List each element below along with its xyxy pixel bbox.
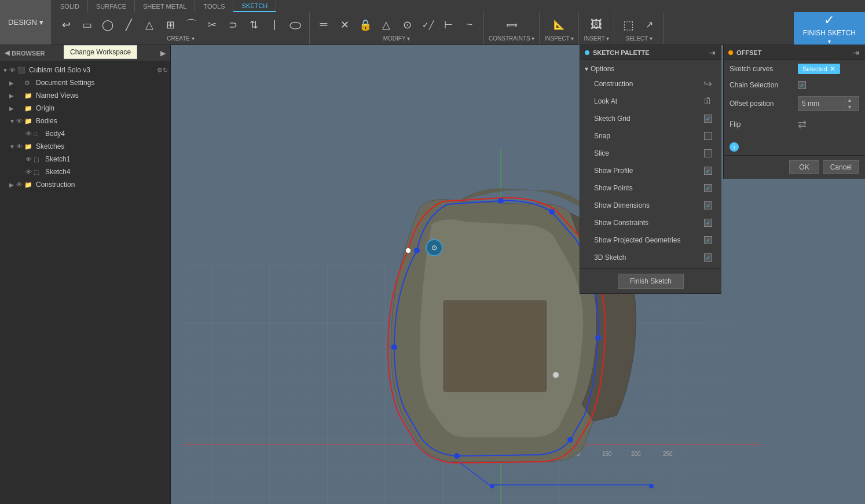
- offset-spinner-up-btn[interactable]: ▲: [845, 97, 854, 104]
- tree-item-sketches[interactable]: ▼ 👁 📁 Sketches: [0, 140, 170, 153]
- construction-eye-icon[interactable]: 👁: [16, 181, 24, 188]
- finish-sketch-bottom-btn[interactable]: Finish Sketch: [618, 274, 684, 289]
- snap-checkbox[interactable]: [704, 132, 712, 140]
- offset-position-input[interactable]: [798, 98, 845, 109]
- sketch-grid-checkbox[interactable]: [704, 115, 712, 123]
- line-tool[interactable]: ╱: [119, 16, 138, 34]
- tree-item-root[interactable]: ▼ 👁 ⬛ Cubism Girl Solo v3 ⚙ ↻: [0, 64, 170, 76]
- insert-label[interactable]: INSERT ▾: [584, 35, 609, 42]
- create-label[interactable]: CREATE ▾: [167, 35, 195, 42]
- arc-tool[interactable]: ⌒: [182, 16, 200, 34]
- tab-sheet-metal[interactable]: SHEET METAL: [135, 0, 195, 12]
- root-settings-icon[interactable]: ⚙: [157, 67, 163, 74]
- undo-button[interactable]: ↩: [57, 16, 75, 34]
- tree-item-body4[interactable]: 👁 □ Body4: [0, 127, 170, 140]
- bracket-tool[interactable]: ⊢: [439, 16, 458, 34]
- circle-tool[interactable]: ◯: [98, 16, 117, 34]
- chain-selection-checkbox[interactable]: [798, 81, 806, 89]
- root-eye-icon[interactable]: 👁: [9, 67, 17, 73]
- flip-icon[interactable]: ⇄: [798, 118, 807, 131]
- palette-row-show-points[interactable]: Show Points: [580, 179, 721, 197]
- 3d-sketch-checkbox[interactable]: [704, 253, 712, 262]
- tree-item-sketch1[interactable]: 👁 ⬚ Sketch1: [0, 153, 170, 165]
- palette-row-construction[interactable]: Construction ↪: [580, 75, 721, 93]
- cut-tool[interactable]: ✂: [203, 16, 221, 34]
- tree-item-sketch4[interactable]: 👁 ⬚ Sketch4: [0, 165, 170, 178]
- palette-row-show-constraints[interactable]: Show Constraints: [580, 214, 721, 231]
- ok-button[interactable]: OK: [789, 160, 819, 174]
- insert-image-tool[interactable]: 🖼: [587, 16, 606, 34]
- palette-row-show-dimensions[interactable]: Show Dimensions: [580, 197, 721, 214]
- select-label[interactable]: SELECT ▾: [625, 35, 653, 42]
- modify-label[interactable]: MODIFY ▾: [383, 35, 410, 42]
- show-dimensions-checkbox[interactable]: [704, 201, 712, 209]
- tab-tools[interactable]: TOOLS: [195, 0, 233, 12]
- body4-label: Body4: [45, 130, 168, 138]
- tab-sketch[interactable]: SKETCH: [233, 0, 276, 12]
- design-button[interactable]: DESIGN ▾: [0, 0, 52, 45]
- offset-spinner: ▲ ▼: [845, 97, 854, 111]
- vertical-line-tool[interactable]: |: [265, 16, 284, 34]
- browser-collapse-left-icon[interactable]: ◀: [5, 49, 9, 57]
- construction-icon[interactable]: ↪: [703, 78, 712, 90]
- palette-row-look-at[interactable]: Look At 🗓: [580, 93, 721, 110]
- show-constraints-checkbox[interactable]: [704, 219, 712, 227]
- palette-row-show-projected[interactable]: Show Projected Geometries: [580, 231, 721, 249]
- show-profile-checkbox[interactable]: [704, 167, 712, 175]
- offset-tool[interactable]: ⊃: [223, 16, 242, 34]
- tree-item-bodies[interactable]: ▼ 👁 📁 Bodies: [0, 115, 170, 127]
- root-label: Cubism Girl Solo v3: [29, 66, 155, 74]
- slice-checkbox[interactable]: [704, 149, 712, 157]
- browser-expand-icon[interactable]: ▶: [160, 49, 166, 57]
- spline-tool[interactable]: ⇅: [244, 16, 263, 34]
- bodies-eye-icon[interactable]: 👁: [16, 117, 24, 124]
- target-tool[interactable]: ⊙: [398, 16, 416, 34]
- show-dimensions-row-label: Show Dimensions: [594, 201, 704, 209]
- sketch4-eye-icon[interactable]: 👁: [25, 168, 34, 175]
- finish-sketch-button[interactable]: ✓ FINISH SKETCH ▾: [794, 12, 865, 45]
- body4-eye-icon[interactable]: 👁: [25, 130, 34, 137]
- palette-options-header[interactable]: ▾ Options: [580, 62, 721, 75]
- tab-surface[interactable]: SURFACE: [88, 0, 135, 12]
- sketch1-eye-icon[interactable]: 👁: [25, 156, 34, 163]
- tree-item-origin[interactable]: ▶ 📁 Origin: [0, 102, 170, 115]
- constraints-label[interactable]: CONSTRAINTS ▾: [489, 35, 534, 42]
- show-projected-row-label: Show Projected Geometries: [594, 236, 704, 244]
- look-at-icon[interactable]: 🗓: [703, 96, 712, 106]
- tree-item-construction[interactable]: ▶ 👁 📁 Construction: [0, 178, 170, 191]
- check-tool[interactable]: ✓╱: [419, 16, 437, 34]
- palette-row-snap[interactable]: Snap: [580, 127, 721, 145]
- offset-spinner-down-btn[interactable]: ▼: [845, 104, 854, 111]
- sketch-palette-expand-btn[interactable]: ⇥: [708, 48, 717, 57]
- tree-item-named-views[interactable]: ▶ 📁 Named Views: [0, 89, 170, 102]
- offset-panel-expand-btn[interactable]: ⇥: [851, 48, 860, 57]
- palette-row-3d-sketch[interactable]: 3D Sketch: [580, 249, 721, 266]
- palette-row-sketch-grid[interactable]: Sketch Grid: [580, 110, 721, 127]
- svg-point-29: [567, 437, 573, 443]
- triangle2-tool[interactable]: △: [377, 16, 395, 34]
- palette-row-show-profile[interactable]: Show Profile: [580, 162, 721, 179]
- inspect-label[interactable]: INSPECT ▾: [544, 35, 574, 42]
- select-lasso-tool[interactable]: ↗: [640, 16, 658, 34]
- root-refresh-icon[interactable]: ↻: [163, 67, 168, 74]
- lock-tool[interactable]: 🔒: [356, 16, 375, 34]
- sketches-eye-icon[interactable]: 👁: [16, 143, 24, 150]
- sketch-curves-tag-close-icon[interactable]: ✕: [830, 65, 835, 73]
- show-projected-checkbox[interactable]: [704, 236, 712, 244]
- triangle-tool[interactable]: △: [140, 16, 159, 34]
- dimension-tool[interactable]: ⟺: [503, 16, 521, 34]
- plus-tool[interactable]: ⊞: [161, 16, 179, 34]
- wavy-tool[interactable]: ~: [460, 16, 479, 34]
- parallel-line[interactable]: ═: [314, 16, 333, 34]
- show-points-checkbox[interactable]: [704, 184, 712, 192]
- big-circle-tool[interactable]: ⬭: [286, 16, 305, 34]
- offset-info-icon: i: [730, 142, 739, 152]
- select-box-tool[interactable]: ⬚: [619, 16, 637, 34]
- rectangle-tool[interactable]: ▭: [78, 16, 96, 34]
- cancel-button[interactable]: Cancel: [823, 160, 859, 174]
- cross-tool[interactable]: ✕: [335, 16, 354, 34]
- palette-row-slice[interactable]: Slice: [580, 145, 721, 162]
- tree-item-doc-settings[interactable]: ▶ ⚙ Document Settings: [0, 76, 170, 89]
- tab-solid[interactable]: SOLID: [52, 0, 88, 12]
- measure-tool[interactable]: 📐: [550, 16, 569, 34]
